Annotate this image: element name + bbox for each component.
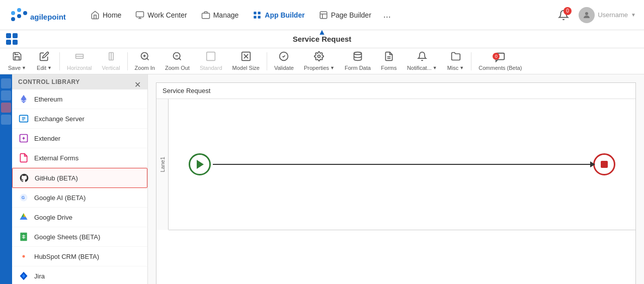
start-icon — [197, 160, 204, 169]
nav-right: 0 Username ▼ — [554, 6, 636, 24]
toolbar-model-size[interactable]: Model Size — [228, 49, 264, 73]
toolbar-separator-1 — [59, 52, 60, 70]
google-drive-icon — [18, 212, 29, 223]
username-label: Username — [598, 11, 628, 19]
toolbar-zoom-out[interactable]: Zoom Out — [161, 49, 194, 73]
jira-icon — [18, 270, 29, 281]
user-menu[interactable]: Username ▼ — [579, 7, 636, 23]
apps-grid-icon[interactable] — [6, 33, 18, 45]
hubspot-icon — [18, 251, 29, 262]
google-ai-icon: G — [18, 192, 29, 203]
svg-point-35 — [354, 52, 361, 55]
svg-rect-14 — [320, 12, 327, 19]
standard-icon — [206, 51, 216, 64]
svg-point-2 — [23, 11, 27, 15]
sidebar-item-google-ai[interactable]: G Google AI (BETA) — [12, 188, 147, 208]
svg-rect-6 — [136, 12, 144, 17]
toolbar-zoom-in[interactable]: Zoom In — [131, 49, 159, 73]
nav-more-button[interactable]: ... — [379, 8, 395, 22]
sidebar-close-button[interactable]: ✕ — [131, 78, 143, 90]
process-connector — [213, 164, 591, 165]
main-content: CONTROL LIBRARY ✕ Ethereum — [0, 74, 644, 284]
strip-item-1[interactable] — [1, 78, 11, 88]
nav-work-center[interactable]: Work Center — [129, 8, 193, 23]
svg-rect-12 — [254, 16, 257, 18]
forms-icon — [384, 51, 394, 64]
sidebar-item-external-forms[interactable]: External Forms — [12, 148, 147, 168]
sidebar-item-google-sheets[interactable]: Google Sheets (BETA) — [12, 227, 147, 247]
sidebar-item-ethereum[interactable]: Ethereum — [12, 89, 147, 109]
strip-item-2[interactable] — [1, 90, 11, 101]
strip-item-3[interactable] — [1, 103, 11, 113]
toolbar-validate[interactable]: Validate — [270, 49, 298, 73]
svg-point-17 — [585, 12, 588, 15]
toolbar: Save ▼ Edit ▼ Horizontal — [0, 48, 644, 74]
svg-point-34 — [318, 55, 320, 58]
svg-rect-11 — [258, 12, 261, 14]
toolbar-misc[interactable]: Misc ▼ — [443, 49, 468, 73]
svg-point-51 — [23, 255, 25, 258]
toolbar-comments[interactable]: 0 Comments (Beta) — [474, 50, 526, 73]
exchange-server-icon — [18, 113, 29, 124]
sidebar: CONTROL LIBRARY ✕ Ethereum — [12, 74, 148, 284]
vertical-icon — [106, 51, 116, 64]
lane-container: Lane1 — [156, 99, 635, 230]
sidebar-header: CONTROL LIBRARY — [12, 74, 147, 89]
save-icon — [12, 51, 22, 64]
toolbar-save[interactable]: Save ▼ — [4, 49, 30, 73]
nav-chevron-up[interactable]: ▲ — [318, 28, 326, 37]
validate-icon — [279, 51, 289, 64]
top-navigation: agilepoint Home Work Center Manage — [0, 0, 644, 30]
sidebar-item-jira[interactable]: Jira — [12, 266, 147, 284]
canvas-title: Service Request — [156, 83, 635, 99]
horizontal-icon — [74, 51, 85, 64]
nav-page-builder[interactable]: Page Builder — [313, 8, 377, 23]
toolbar-vertical[interactable]: Vertical — [98, 49, 124, 73]
toolbar-notifications[interactable]: Notificat... ▼ — [403, 49, 441, 73]
nav-items: Home Work Center Manage App Builder — [85, 8, 554, 23]
toolbar-forms[interactable]: Forms — [377, 49, 401, 73]
google-sheets-icon — [18, 231, 29, 242]
comments-badge-count: 0 — [493, 53, 500, 60]
ethereum-icon — [18, 93, 29, 105]
form-data-icon — [353, 51, 363, 64]
sidebar-item-exchange-server[interactable]: Exchange Server — [12, 109, 147, 129]
svg-marker-38 — [21, 95, 27, 102]
sidebar-item-github[interactable]: GitHub (BETA) — [12, 168, 147, 188]
lane-label-text: Lane1 — [159, 157, 166, 172]
properties-icon — [314, 51, 324, 64]
nav-manage[interactable]: Manage — [195, 8, 245, 23]
extender-icon — [18, 133, 29, 144]
toolbar-horizontal[interactable]: Horizontal — [63, 49, 96, 73]
notification-button[interactable]: 0 — [554, 6, 573, 24]
toolbar-edit[interactable]: Edit ▼ — [32, 49, 56, 73]
sidebar-item-google-drive[interactable]: Google Drive — [12, 208, 147, 227]
model-size-icon — [241, 51, 251, 64]
nav-home[interactable]: Home — [85, 8, 127, 23]
github-icon — [19, 172, 30, 183]
logo[interactable]: agilepoint — [8, 6, 68, 24]
svg-rect-10 — [254, 12, 257, 14]
lane-bottom — [156, 230, 635, 284]
svg-point-1 — [17, 14, 21, 18]
sidebar-item-extender[interactable]: Extender — [12, 129, 147, 148]
svg-point-0 — [11, 17, 15, 21]
svg-rect-9 — [202, 13, 209, 19]
svg-point-4 — [17, 8, 21, 12]
start-node[interactable] — [189, 153, 211, 175]
external-forms-icon — [18, 152, 29, 163]
svg-marker-46 — [20, 217, 28, 220]
notifications-icon — [417, 51, 427, 64]
end-node[interactable] — [593, 153, 615, 175]
sidebar-list: Ethereum Exchange Server — [12, 89, 147, 284]
zoom-in-icon — [140, 51, 150, 64]
toolbar-properties[interactable]: Properties ▼ — [300, 49, 339, 73]
nav-app-builder[interactable]: App Builder — [247, 8, 310, 23]
svg-line-27 — [179, 58, 181, 60]
canvas-frame: Service Request Lane1 — [156, 82, 636, 284]
toolbar-separator-3 — [267, 52, 267, 70]
toolbar-standard[interactable]: Standard — [196, 49, 226, 73]
strip-item-4[interactable] — [1, 115, 11, 125]
sidebar-item-hubspot[interactable]: HubSpot CRM (BETA) — [12, 247, 147, 266]
toolbar-form-data[interactable]: Form Data — [341, 49, 375, 73]
